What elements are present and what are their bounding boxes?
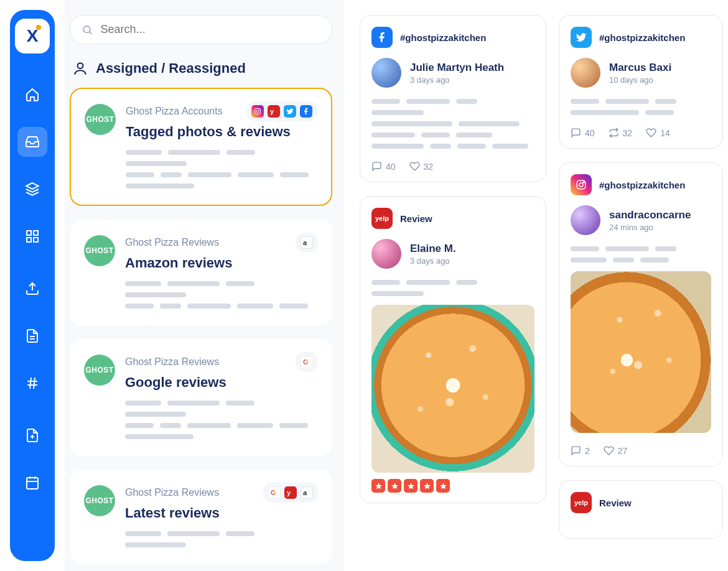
yelp-icon: y [284,486,297,499]
post-instagram[interactable]: #ghostpizzakitchen sandraconcarne 24 min… [559,162,723,467]
svg-rect-1 [27,231,31,235]
nav-grid[interactable] [17,221,47,251]
post-facebook[interactable]: #ghostpizzakitchen Julie Martyn Heath 3 … [360,15,546,182]
card-title: Latest reviews [125,505,318,521]
nav-layers[interactable] [17,174,47,204]
svg-line-10 [30,378,31,389]
google-icon: G [301,356,313,368]
star-icon [388,479,401,493]
placeholder-text [371,99,534,149]
assignment-card[interactable]: GHOST Ghost Pizza Reviews G y a Latest r… [70,470,332,564]
facebook-icon [371,27,393,48]
svg-point-31 [583,182,584,183]
app-logo[interactable]: X [15,19,50,53]
nav-calendar[interactable] [17,468,47,498]
comments-action[interactable]: 2 [571,445,590,456]
poster-avatar [371,58,401,88]
heart-icon [604,445,614,456]
yelp-icon: yelp [571,492,592,513]
comment-icon [571,128,581,138]
poster-time: 3 days ago [410,256,456,266]
facebook-icon [300,105,312,118]
svg-point-30 [579,183,583,187]
post-image-pizza [571,271,711,433]
svg-marker-25 [391,483,398,489]
search-input[interactable] [100,23,320,36]
nav-upload[interactable] [17,274,47,304]
svg-point-22 [256,110,259,113]
comment-icon [371,161,382,172]
likes-action[interactable]: 27 [604,445,628,456]
search-box[interactable] [70,15,332,44]
post-hashtag: #ghostpizzakitchen [599,180,685,190]
svg-rect-2 [34,231,38,235]
post-twitter[interactable]: #ghostpizzakitchen Marcus Baxi 10 days a… [559,15,723,149]
poster-time: 10 days ago [609,75,671,85]
platform-badges: a [296,233,318,253]
instagram-icon [251,105,264,118]
layers-icon [25,182,40,197]
amazon-icon: a [301,236,313,249]
svg-rect-3 [27,238,31,242]
poster-avatar [571,58,600,88]
nav-inbox[interactable] [17,127,47,157]
retweet-icon [609,128,619,138]
account-avatar: GHOST [84,355,115,386]
assignment-card[interactable]: GHOST Ghost Pizza Accounts y Tagged phot… [70,88,332,206]
nav-new-file[interactable] [17,420,47,450]
post-label: Review [599,498,632,508]
svg-marker-26 [408,483,414,489]
person-icon [72,60,88,77]
placeholder-text [125,401,318,439]
placeholder-text [571,246,711,262]
comments-count: 40 [386,162,396,172]
svg-line-19 [90,32,91,34]
platform-badges: G y a [263,483,318,503]
post-yelp[interactable]: yelp Review Elaine M. 3 days ago [360,196,546,503]
likes-action[interactable]: 32 [409,161,434,172]
comments-action[interactable]: 40 [371,161,396,172]
poster-name: Julie Martyn Heath [410,62,504,74]
retweets-count: 32 [623,128,633,138]
file-plus-icon [25,428,40,443]
retweets-action[interactable]: 32 [609,128,633,138]
google-icon: G [268,486,281,499]
account-avatar: GHOST [84,235,115,266]
amazon-icon: a [301,486,313,499]
likes-action[interactable]: 14 [646,128,670,138]
account-label: Ghost Pizza Reviews [125,487,219,498]
poster-time: 24 mins ago [609,223,691,232]
upload-icon [25,281,40,296]
poster-time: 3 days ago [410,75,504,85]
card-title: Tagged photos & reviews [126,124,317,140]
comments-action[interactable]: 40 [571,128,595,138]
svg-point-23 [259,109,259,110]
platform-badges: y [246,101,317,121]
assignment-card[interactable]: GHOST Ghost Pizza Reviews G Google revie… [70,339,332,456]
search-icon [82,24,93,36]
yelp-icon: yelp [371,208,393,229]
nav-hashtag[interactable] [17,368,47,398]
nav-home[interactable] [17,80,47,109]
poster-name: Marcus Baxi [609,62,671,74]
nav-document[interactable] [17,321,47,351]
svg-point-20 [78,63,83,68]
placeholder-text [126,150,317,188]
card-title: Amazon reviews [125,255,318,271]
sidebar: X [0,0,65,571]
svg-rect-14 [27,478,38,489]
post-yelp[interactable]: yelp Review [559,480,723,539]
likes-count: 32 [424,162,434,172]
star-icon [371,479,385,493]
assignments-panel: Assigned / Reassigned GHOST Ghost Pizza … [65,0,343,571]
section-title: Assigned / Reassigned [96,60,246,77]
hashtag-icon [25,376,40,391]
account-label: Ghost Pizza Reviews [125,237,219,248]
assignment-card[interactable]: GHOST Ghost Pizza Reviews a Amazon revie… [70,220,332,325]
svg-line-11 [34,378,35,389]
comment-icon [571,445,581,456]
document-icon [25,328,40,343]
likes-count: 27 [618,446,628,456]
section-header: Assigned / Reassigned [72,60,332,77]
rating-stars [371,479,534,493]
